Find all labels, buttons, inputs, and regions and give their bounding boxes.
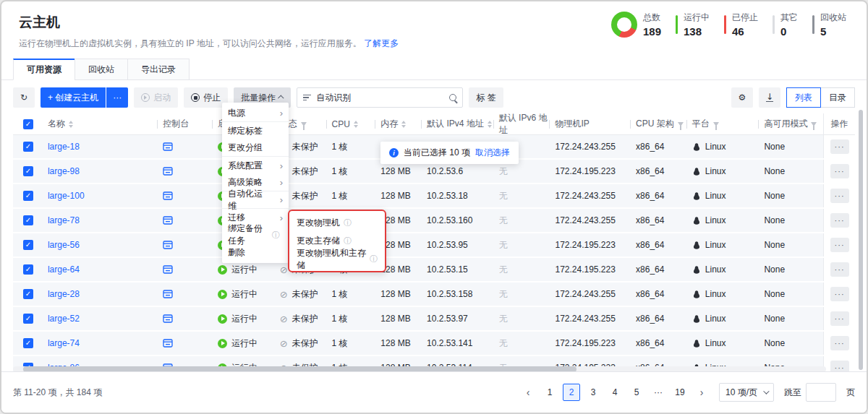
sort-icon[interactable] — [69, 121, 73, 128]
vm-name-link[interactable]: large-28 — [48, 289, 80, 299]
menu-item[interactable]: 电源 ⓘ › — [222, 105, 289, 122]
col-cpu[interactable]: CPU — [332, 119, 350, 129]
row-checkbox[interactable]: ✓ — [23, 314, 33, 324]
filter-icon[interactable] — [713, 122, 719, 126]
vertical-scrollbar-thumb[interactable] — [859, 110, 863, 370]
console-icon[interactable] — [163, 338, 173, 348]
refresh-button[interactable]: ↻ — [13, 87, 35, 108]
menu-item[interactable]: 绑定标签 ⓘ › — [222, 122, 289, 139]
row-actions-button[interactable]: ··· — [830, 139, 849, 154]
col-ha-mode: 高可用模式 — [764, 118, 807, 130]
tab[interactable]: 回收站 — [75, 59, 128, 80]
row-actions-button[interactable]: ··· — [830, 262, 849, 277]
col-name[interactable]: 名称 — [48, 118, 65, 130]
row-actions-button[interactable]: ··· — [830, 213, 849, 228]
col-ipv4[interactable]: 默认 IPv4 地址 — [427, 118, 484, 130]
tag-button[interactable]: 标 签 — [469, 87, 503, 108]
vm-name-link[interactable]: large-56 — [48, 240, 80, 250]
console-icon[interactable] — [163, 166, 173, 176]
page-number-button[interactable]: 5 — [628, 384, 645, 401]
deselect-link[interactable]: 取消选择 — [475, 147, 510, 159]
row-checkbox[interactable]: ✓ — [23, 215, 33, 225]
page-size-value: 10 项/页 — [726, 387, 757, 399]
create-vm-button[interactable]: + 创建云主机 — [41, 87, 106, 108]
view-catalog-button[interactable]: 目录 — [820, 87, 855, 108]
submenu-item[interactable]: 更改物理机 ⓘ — [289, 214, 385, 232]
info-icon: ⓘ — [272, 230, 280, 241]
console-icon[interactable] — [163, 215, 173, 225]
filter-icon[interactable] — [811, 122, 817, 126]
row-actions-button[interactable]: ··· — [830, 238, 849, 252]
page-number-button[interactable]: 19 — [671, 384, 689, 401]
console-icon[interactable] — [163, 314, 173, 324]
row-checkbox[interactable]: ✓ — [23, 142, 33, 152]
page-size-select[interactable]: 10 项/页 — [719, 383, 774, 402]
create-more-button[interactable]: ··· — [106, 87, 128, 108]
jump-to-label: 跳至 — [784, 387, 801, 399]
page-number-button[interactable]: 4 — [606, 384, 624, 401]
info-icon: ⓘ — [370, 254, 378, 264]
vm-name-link[interactable]: large-98 — [48, 166, 80, 176]
row-checkbox[interactable]: ✓ — [23, 289, 33, 299]
sort-icon[interactable] — [401, 121, 406, 128]
page-number-button[interactable]: ··· — [650, 384, 667, 401]
console-icon[interactable] — [163, 142, 173, 152]
ellipsis-icon: ··· — [113, 92, 122, 103]
row-checkbox[interactable]: ✓ — [23, 264, 33, 275]
vm-name-link[interactable]: large-74 — [48, 338, 80, 348]
ha-mode-value: None — [764, 240, 785, 250]
menu-item[interactable]: 系统配置 ⓘ › — [222, 157, 289, 174]
search-input[interactable]: 自动识别 — [297, 87, 463, 108]
sort-icon[interactable] — [354, 121, 358, 128]
search-icon[interactable] — [449, 94, 456, 101]
row-actions-button[interactable]: ··· — [830, 311, 849, 326]
console-icon[interactable] — [163, 191, 173, 201]
view-list-button[interactable]: 列表 — [786, 87, 821, 108]
filter-icon[interactable] — [301, 122, 307, 126]
row-actions-button[interactable]: ··· — [830, 189, 849, 203]
next-page-button[interactable]: › — [693, 384, 710, 401]
settings-button[interactable]: ⚙ — [731, 87, 753, 108]
submenu-arrow-icon: › — [280, 195, 283, 204]
submenu-item[interactable]: 更改物理机和主存储 ⓘ — [289, 250, 385, 268]
stat-total-value: 189 — [643, 25, 661, 38]
filter-icon[interactable] — [678, 122, 684, 126]
console-icon[interactable] — [163, 289, 173, 299]
export-button[interactable]: ↓ — [759, 87, 780, 108]
tab[interactable]: 可用资源 — [13, 59, 75, 80]
row-checkbox[interactable]: ✓ — [23, 191, 33, 201]
sort-icon[interactable] — [488, 121, 492, 128]
console-icon[interactable] — [163, 240, 173, 250]
stop-circle-icon — [191, 93, 200, 102]
row-checkbox[interactable]: ✓ — [23, 166, 33, 176]
memory-value: 128 MB — [380, 166, 410, 176]
row-actions-button[interactable]: ··· — [830, 164, 849, 178]
row-checkbox[interactable]: ✓ — [23, 338, 33, 348]
row-actions-button[interactable]: ··· — [830, 287, 849, 301]
start-button[interactable]: 启动 — [134, 87, 178, 108]
row-checkbox[interactable]: ✓ — [23, 240, 33, 250]
menu-item[interactable]: 自动化运维 ⓘ › — [222, 191, 289, 209]
page-number-button[interactable]: 1 — [541, 384, 558, 401]
row-actions-button[interactable]: ··· — [830, 336, 849, 350]
menu-item[interactable]: 绑定备份任务 ⓘ › — [222, 226, 289, 243]
vm-name-link[interactable]: large-64 — [48, 264, 80, 275]
batch-operations-menu: 电源 ⓘ › 绑定标签 ⓘ › 更改分组 ⓘ › — [222, 103, 289, 263]
vm-name-link[interactable]: large-78 — [48, 215, 80, 225]
page-number-button[interactable]: 3 — [584, 384, 602, 401]
learn-more-link[interactable]: 了解更多 — [364, 38, 399, 48]
menu-item[interactable]: 更改分组 ⓘ › — [222, 139, 289, 157]
select-all-checkbox[interactable]: ✓ — [23, 119, 33, 129]
vm-name-link[interactable]: large-52 — [48, 314, 80, 324]
page-number-button[interactable]: 2 — [563, 384, 580, 401]
ha-mode-value: None — [764, 338, 785, 348]
prev-page-button[interactable]: ‹ — [519, 384, 537, 401]
console-icon[interactable] — [163, 264, 173, 275]
col-arch: CPU 架构 — [636, 118, 674, 130]
jump-to-input[interactable] — [806, 383, 836, 402]
tab[interactable]: 导出记录 — [127, 59, 190, 80]
col-memory[interactable]: 内存 — [380, 118, 398, 130]
vm-name-link[interactable]: large-100 — [48, 191, 85, 201]
vm-name-link[interactable]: large-18 — [48, 142, 80, 152]
arch-value: x86_64 — [636, 215, 664, 225]
